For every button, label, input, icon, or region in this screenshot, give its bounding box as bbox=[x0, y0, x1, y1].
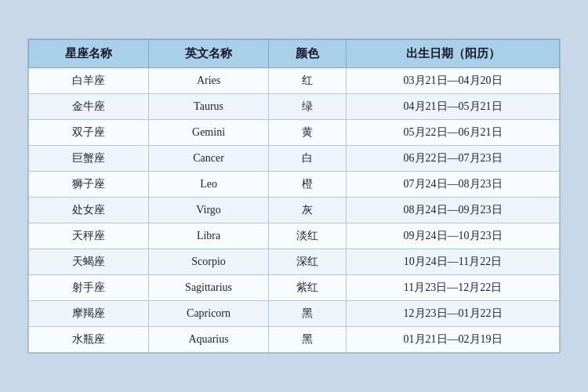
cell-color: 黄 bbox=[269, 120, 347, 146]
cell-dates: 01月21日—02月19日 bbox=[347, 327, 560, 353]
zodiac-table: 星座名称 英文名称 颜色 出生日期（阳历） 白羊座Aries红03月21日—04… bbox=[28, 39, 560, 353]
cell-chinese: 白羊座 bbox=[29, 68, 149, 94]
table-row: 处女座Virgo灰08月24日—09月23日 bbox=[29, 198, 560, 223]
table-row: 狮子座Leo橙07月24日—08月23日 bbox=[29, 172, 560, 198]
cell-dates: 06月22日—07月23日 bbox=[347, 146, 560, 172]
cell-chinese: 水瓶座 bbox=[29, 327, 149, 353]
cell-dates: 12月23日—01月22日 bbox=[347, 301, 560, 327]
cell-english: Scorpio bbox=[149, 249, 269, 275]
cell-color: 红 bbox=[269, 68, 347, 94]
col-header-dates: 出生日期（阳历） bbox=[347, 40, 560, 68]
cell-english: Aries bbox=[149, 68, 269, 94]
cell-dates: 04月21日—05月21日 bbox=[347, 94, 560, 120]
cell-color: 黑 bbox=[269, 327, 347, 353]
cell-color: 深红 bbox=[269, 249, 347, 275]
table-row: 金牛座Taurus绿04月21日—05月21日 bbox=[29, 94, 560, 120]
cell-english: Capricorn bbox=[149, 301, 269, 327]
table-row: 双子座Gemini黄05月22日—06月21日 bbox=[29, 120, 560, 146]
table-row: 白羊座Aries红03月21日—04月20日 bbox=[29, 68, 560, 94]
cell-english: Leo bbox=[149, 172, 269, 198]
cell-english: Taurus bbox=[149, 94, 269, 120]
cell-chinese: 巨蟹座 bbox=[29, 146, 149, 172]
cell-chinese: 天蝎座 bbox=[29, 249, 149, 275]
cell-dates: 05月22日—06月21日 bbox=[347, 120, 560, 146]
cell-english: Libra bbox=[149, 223, 269, 249]
cell-dates: 08月24日—09月23日 bbox=[347, 198, 560, 223]
cell-english: Virgo bbox=[149, 198, 269, 223]
cell-chinese: 天秤座 bbox=[29, 223, 149, 249]
col-header-english: 英文名称 bbox=[149, 40, 269, 68]
cell-dates: 11月23日—12月22日 bbox=[347, 275, 560, 301]
cell-english: Gemini bbox=[149, 120, 269, 146]
cell-color: 橙 bbox=[269, 172, 347, 198]
col-header-chinese: 星座名称 bbox=[29, 40, 149, 68]
cell-chinese: 金牛座 bbox=[29, 94, 149, 120]
cell-chinese: 狮子座 bbox=[29, 172, 149, 198]
zodiac-table-container: 星座名称 英文名称 颜色 出生日期（阳历） 白羊座Aries红03月21日—04… bbox=[27, 38, 561, 354]
cell-chinese: 射手座 bbox=[29, 275, 149, 301]
cell-color: 淡红 bbox=[269, 223, 347, 249]
cell-dates: 07月24日—08月23日 bbox=[347, 172, 560, 198]
cell-english: Cancer bbox=[149, 146, 269, 172]
table-header-row: 星座名称 英文名称 颜色 出生日期（阳历） bbox=[29, 40, 560, 68]
table-row: 摩羯座Capricorn黑12月23日—01月22日 bbox=[29, 301, 560, 327]
cell-dates: 10月24日—11月22日 bbox=[347, 249, 560, 275]
cell-color: 紫红 bbox=[269, 275, 347, 301]
cell-color: 白 bbox=[269, 146, 347, 172]
cell-chinese: 摩羯座 bbox=[29, 301, 149, 327]
cell-chinese: 处女座 bbox=[29, 198, 149, 223]
cell-dates: 03月21日—04月20日 bbox=[347, 68, 560, 94]
table-body: 白羊座Aries红03月21日—04月20日金牛座Taurus绿04月21日—0… bbox=[29, 68, 560, 353]
cell-dates: 09月24日—10月23日 bbox=[347, 223, 560, 249]
cell-chinese: 双子座 bbox=[29, 120, 149, 146]
table-row: 天蝎座Scorpio深红10月24日—11月22日 bbox=[29, 249, 560, 275]
col-header-color: 颜色 bbox=[269, 40, 347, 68]
cell-english: Aquarius bbox=[149, 327, 269, 353]
table-row: 水瓶座Aquarius黑01月21日—02月19日 bbox=[29, 327, 560, 353]
cell-color: 绿 bbox=[269, 94, 347, 120]
table-row: 巨蟹座Cancer白06月22日—07月23日 bbox=[29, 146, 560, 172]
table-row: 天秤座Libra淡红09月24日—10月23日 bbox=[29, 223, 560, 249]
table-row: 射手座Sagittarius紫红11月23日—12月22日 bbox=[29, 275, 560, 301]
cell-color: 灰 bbox=[269, 198, 347, 223]
cell-english: Sagittarius bbox=[149, 275, 269, 301]
cell-color: 黑 bbox=[269, 301, 347, 327]
